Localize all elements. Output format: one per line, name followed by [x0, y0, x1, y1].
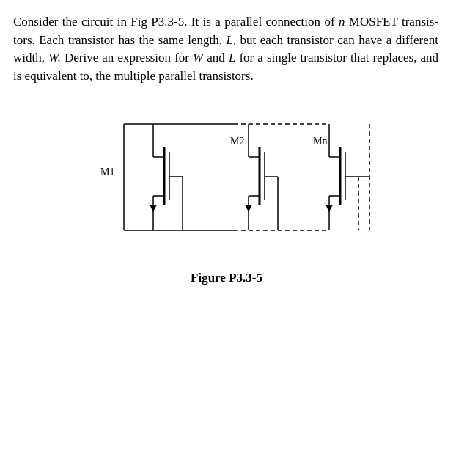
label-mn: Mn	[313, 136, 327, 147]
figure-caption: Figure P3.3-5	[191, 269, 262, 288]
figure-area: M1 M2	[13, 102, 440, 288]
svg-marker-22	[245, 205, 252, 212]
circuit-diagram: M1 M2	[80, 102, 373, 263]
svg-marker-13	[150, 205, 157, 212]
svg-marker-31	[326, 205, 333, 212]
label-m2: M2	[230, 136, 244, 147]
problem-text: Consider the circuit in Fig P3.3-5. It i…	[13, 13, 438, 86]
label-m1: M1	[100, 166, 114, 177]
